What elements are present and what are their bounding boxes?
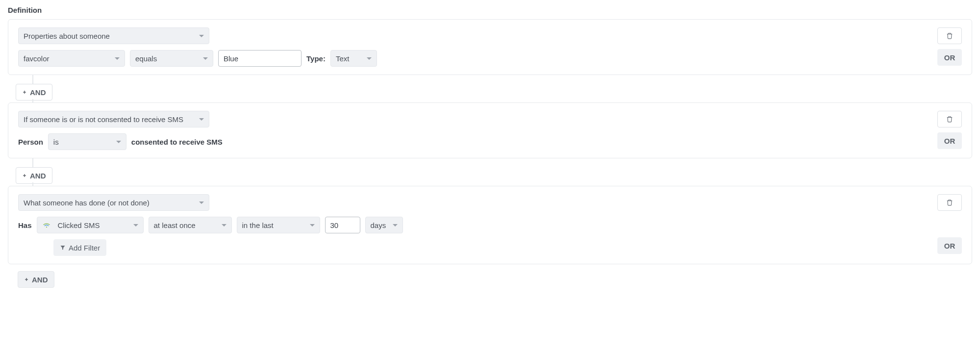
or-label: OR <box>944 53 955 62</box>
person-label: Person <box>18 138 43 146</box>
delete-button[interactable] <box>937 111 962 127</box>
time-unit-select[interactable]: days <box>365 217 403 233</box>
final-and-row: AND <box>8 264 972 288</box>
chevron-down-icon <box>133 224 138 227</box>
time-operator-select[interactable]: in the last <box>237 217 320 233</box>
has-label: Has <box>18 221 32 229</box>
value-input[interactable] <box>218 50 302 67</box>
chevron-down-icon <box>199 35 204 37</box>
plus-icon <box>22 173 27 178</box>
value-type-select[interactable]: Text <box>330 50 377 67</box>
plus-icon <box>22 90 27 95</box>
add-filter-label: Add Filter <box>69 244 100 252</box>
or-button[interactable]: OR <box>937 237 962 254</box>
chevron-down-icon <box>203 57 208 60</box>
and-connector-2: AND <box>8 158 972 186</box>
chevron-down-icon <box>199 202 204 204</box>
condition-type-value: What someone has done (or not done) <box>24 199 150 207</box>
trash-icon <box>946 32 953 39</box>
svg-point-0 <box>46 227 47 227</box>
type-label: Type: <box>306 54 326 63</box>
frequency-select[interactable]: at least once <box>149 217 232 233</box>
consented-text: consented to receive SMS <box>131 138 223 146</box>
add-filter-button[interactable]: Add Filter <box>53 239 106 256</box>
funnel-icon <box>60 245 66 251</box>
or-label: OR <box>944 137 955 145</box>
or-button[interactable]: OR <box>937 132 962 149</box>
property-value: favcolor <box>24 54 50 63</box>
delete-button[interactable] <box>937 194 962 211</box>
wifi-icon <box>42 221 51 229</box>
chevron-down-icon <box>222 224 226 227</box>
or-label: OR <box>944 242 955 250</box>
chevron-down-icon <box>367 57 372 60</box>
delete-button[interactable] <box>937 27 962 44</box>
and-connector-1: AND <box>8 75 972 102</box>
and-label: AND <box>32 276 48 284</box>
trash-icon <box>946 199 953 206</box>
plus-icon <box>24 277 29 282</box>
operator-value: equals <box>135 54 157 63</box>
time-value-input[interactable] <box>325 217 360 233</box>
chevron-down-icon <box>115 57 120 60</box>
chevron-down-icon <box>199 118 204 121</box>
and-button[interactable]: AND <box>16 167 52 184</box>
operator-select[interactable]: equals <box>130 50 213 67</box>
and-label: AND <box>30 172 46 180</box>
value-type-value: Text <box>336 54 350 63</box>
or-button[interactable]: OR <box>937 49 962 66</box>
condition-type-select[interactable]: If someone is or is not consented to rec… <box>18 111 209 127</box>
chevron-down-icon <box>310 224 315 227</box>
chevron-down-icon <box>116 141 121 143</box>
condition-card-3: What someone has done (or not done) Has … <box>8 186 972 264</box>
time-operator-value: in the last <box>242 221 274 229</box>
property-select[interactable]: favcolor <box>18 50 125 67</box>
card-actions: OR <box>937 194 962 254</box>
condition-type-value: Properties about someone <box>24 32 110 40</box>
condition-type-select[interactable]: Properties about someone <box>18 27 209 44</box>
condition-card-1: Properties about someone favcolor equals… <box>8 19 972 75</box>
time-unit-value: days <box>371 221 386 229</box>
and-button[interactable]: AND <box>16 84 52 101</box>
event-select[interactable]: Clicked SMS <box>37 217 144 233</box>
event-value: Clicked SMS <box>58 221 100 229</box>
is-select[interactable]: is <box>48 133 126 150</box>
chevron-down-icon <box>393 224 398 227</box>
condition-type-value: If someone is or is not consented to rec… <box>24 115 183 124</box>
is-value: is <box>53 138 59 146</box>
condition-type-select[interactable]: What someone has done (or not done) <box>18 194 209 211</box>
and-label: AND <box>30 88 46 97</box>
trash-icon <box>946 116 953 123</box>
section-title: Definition <box>8 6 972 14</box>
frequency-value: at least once <box>154 221 196 229</box>
condition-card-2: If someone is or is not consented to rec… <box>8 102 972 158</box>
card-actions: OR <box>937 111 962 149</box>
segment-definition-builder: Definition Properties about someone favc… <box>0 0 980 307</box>
and-button[interactable]: AND <box>18 271 54 288</box>
card-actions: OR <box>937 27 962 66</box>
